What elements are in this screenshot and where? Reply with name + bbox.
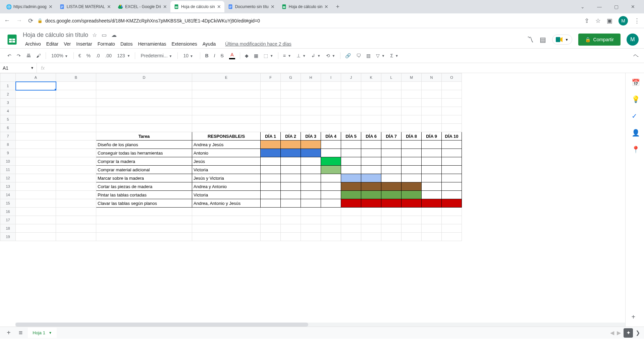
- menu-ver[interactable]: Ver: [61, 40, 73, 48]
- cell[interactable]: [442, 224, 462, 233]
- spreadsheet-grid[interactable]: ABDEFGHIJKLMNO1234567TareaRESPONSABLE/SD…: [0, 73, 625, 327]
- cell[interactable]: [16, 182, 56, 191]
- cell[interactable]: [401, 99, 422, 107]
- cell[interactable]: [381, 99, 401, 107]
- add-sheet-button[interactable]: +: [4, 329, 13, 337]
- cell[interactable]: [442, 233, 462, 241]
- cell[interactable]: [442, 99, 462, 107]
- cell[interactable]: [442, 115, 462, 124]
- paint-format-button[interactable]: 🖌: [34, 52, 43, 60]
- column-header[interactable]: H: [301, 73, 321, 82]
- cell[interactable]: [261, 216, 281, 224]
- cell[interactable]: [381, 233, 401, 241]
- window-dropdown-icon[interactable]: ⌄: [578, 4, 588, 9]
- cell[interactable]: [341, 149, 361, 157]
- row-header[interactable]: 4: [0, 107, 16, 115]
- cell[interactable]: [261, 107, 281, 115]
- h-align-button[interactable]: ≡▼: [281, 52, 293, 60]
- cell[interactable]: Jesús y Victoria: [192, 174, 261, 182]
- cell[interactable]: [381, 149, 401, 157]
- cell[interactable]: [56, 182, 96, 191]
- fill-color-button[interactable]: ◆: [243, 52, 251, 60]
- cell[interactable]: [192, 90, 261, 99]
- cell[interactable]: [301, 182, 321, 191]
- italic-button[interactable]: I: [212, 52, 217, 60]
- contacts-icon[interactable]: 👤: [632, 129, 638, 135]
- cell[interactable]: [401, 82, 422, 90]
- cell[interactable]: [442, 199, 462, 208]
- cell[interactable]: [56, 107, 96, 115]
- cell[interactable]: [401, 233, 422, 241]
- cell[interactable]: [422, 157, 442, 166]
- cell[interactable]: [422, 199, 442, 208]
- cell[interactable]: [341, 107, 361, 115]
- close-icon[interactable]: ✕: [49, 4, 53, 9]
- cell[interactable]: [281, 224, 301, 233]
- cell[interactable]: [442, 216, 462, 224]
- cell[interactable]: Comprar material adicional: [96, 166, 192, 174]
- cell[interactable]: Andrea, Antonio y Jesús: [192, 199, 261, 208]
- font-size-dropdown[interactable]: 10▼: [180, 52, 197, 60]
- last-modified-link[interactable]: Última modificación hace 2 días: [223, 40, 294, 48]
- cell[interactable]: [261, 166, 281, 174]
- cell[interactable]: [361, 166, 381, 174]
- cell[interactable]: [341, 157, 361, 166]
- show-side-panel-icon[interactable]: ❯: [636, 330, 640, 336]
- scroll-right-icon[interactable]: ▶: [617, 330, 621, 336]
- cell[interactable]: [56, 132, 96, 140]
- cell[interactable]: [442, 82, 462, 90]
- cell[interactable]: [56, 216, 96, 224]
- cell[interactable]: [96, 90, 192, 99]
- cell[interactable]: [301, 157, 321, 166]
- cell[interactable]: [261, 90, 281, 99]
- rotate-button[interactable]: ⟲▼: [324, 52, 337, 60]
- horizontal-scrollbar[interactable]: [15, 323, 625, 327]
- all-sheets-button[interactable]: ≡: [16, 329, 25, 337]
- cell[interactable]: [56, 191, 96, 199]
- cell[interactable]: [341, 233, 361, 241]
- v-align-button[interactable]: ⊥▼: [294, 52, 308, 60]
- cell[interactable]: [16, 233, 56, 241]
- cell[interactable]: [401, 224, 422, 233]
- cell[interactable]: [321, 182, 341, 191]
- row-header[interactable]: 7: [0, 132, 16, 140]
- currency-button[interactable]: €: [76, 52, 83, 60]
- cell[interactable]: [261, 174, 281, 182]
- cell[interactable]: [442, 157, 462, 166]
- maps-icon[interactable]: 📍: [632, 146, 638, 152]
- cell[interactable]: [361, 82, 381, 90]
- decrease-decimal-button[interactable]: .0: [94, 52, 102, 60]
- row-header[interactable]: 1: [0, 82, 16, 90]
- cell[interactable]: [422, 140, 442, 149]
- cell[interactable]: [281, 149, 301, 157]
- cell[interactable]: [442, 174, 462, 182]
- cell[interactable]: [321, 216, 341, 224]
- column-header[interactable]: B: [56, 73, 96, 82]
- cell[interactable]: [16, 90, 56, 99]
- cell[interactable]: Victoria: [192, 166, 261, 174]
- cell[interactable]: [341, 216, 361, 224]
- cell[interactable]: [442, 124, 462, 132]
- cell[interactable]: [56, 124, 96, 132]
- cell[interactable]: [96, 82, 192, 90]
- zoom-dropdown[interactable]: 100%▼: [49, 52, 71, 60]
- column-header[interactable]: J: [341, 73, 361, 82]
- activity-icon[interactable]: 〽: [527, 36, 534, 44]
- cell[interactable]: [341, 82, 361, 90]
- cell[interactable]: [96, 124, 192, 132]
- cell[interactable]: [442, 90, 462, 99]
- cell[interactable]: [341, 90, 361, 99]
- cell[interactable]: [381, 157, 401, 166]
- new-tab-button[interactable]: +: [332, 3, 343, 10]
- cell[interactable]: DÍA 6: [361, 132, 381, 140]
- cell[interactable]: Conseguir todas las herramientas: [96, 149, 192, 157]
- cell[interactable]: [281, 115, 301, 124]
- formula-input[interactable]: [49, 63, 644, 73]
- cell[interactable]: [16, 132, 56, 140]
- cell[interactable]: Victoria: [192, 191, 261, 199]
- close-icon[interactable]: ✕: [217, 4, 221, 9]
- column-header[interactable]: N: [422, 73, 442, 82]
- url-field[interactable]: 🔒 docs.google.com/spreadsheets/d/18M-KMZ…: [37, 18, 580, 23]
- browser-tab[interactable]: Hoja de cálculo sin ✕: [170, 1, 224, 12]
- cell[interactable]: [281, 82, 301, 90]
